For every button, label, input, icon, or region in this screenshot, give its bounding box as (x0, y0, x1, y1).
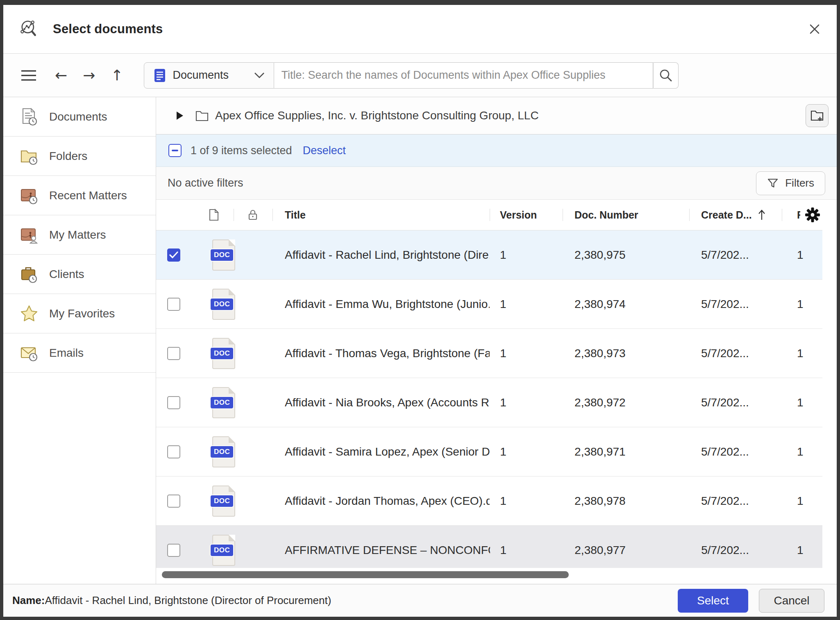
selection-bar: 1 of 9 items selected Deselect (156, 134, 837, 167)
row-checkbox[interactable] (167, 298, 180, 311)
row-partial-value: 1 (789, 445, 822, 458)
row-checkbox[interactable] (167, 396, 180, 409)
search-input[interactable] (274, 62, 653, 89)
doc-file-icon: DOC (212, 436, 235, 467)
file-type-column-icon[interactable] (209, 209, 219, 221)
matter-recent-icon (20, 186, 39, 205)
sidebar-item-clients[interactable]: Clients (3, 255, 156, 294)
briefcase-recent-icon (20, 265, 39, 284)
star-icon (20, 304, 39, 323)
forward-icon[interactable]: → (83, 68, 95, 83)
filter-status: No active filters (168, 177, 243, 189)
row-doc-number: 2,380,972 (574, 396, 689, 409)
search-scope-dropdown[interactable]: Documents (144, 62, 274, 89)
row-checkbox[interactable] (167, 445, 180, 458)
doc-file-icon: DOC (212, 239, 235, 271)
new-folder-button[interactable] (806, 104, 829, 127)
row-version: 1 (500, 347, 563, 360)
filters-row: No active filters Filters (156, 167, 837, 200)
row-title: Affidavit - Emma Wu, Brightstone (Junio.… (285, 298, 490, 311)
row-partial-value: 1 (789, 248, 822, 262)
document-recent-icon (20, 107, 39, 126)
cancel-button[interactable]: Cancel (759, 589, 824, 613)
selected-name: Name:Affidavit - Rachel Lind, Brightston… (12, 594, 331, 607)
deselect-link[interactable]: Deselect (303, 144, 346, 157)
table-row[interactable]: DOC Affidavit - Rachel Lind, Brightstone… (156, 230, 822, 280)
row-doc-number: 2,380,971 (574, 445, 689, 458)
row-partial-value: 1 (789, 495, 822, 508)
sidebar-item-recent-matters[interactable]: Recent Matters (3, 176, 156, 215)
breadcrumb[interactable]: Apex Office Supplies, Inc. v. Brightston… (215, 109, 539, 122)
menu-icon[interactable] (20, 68, 38, 82)
sidebar-item-label: Documents (49, 110, 107, 123)
doc-file-icon: DOC (212, 486, 235, 517)
sidebar-item-label: Clients (49, 268, 84, 281)
sidebar-item-label: My Favorites (49, 307, 115, 320)
row-create-date: 5/7/202... (701, 544, 782, 557)
sidebar-item-folders[interactable]: Folders (3, 137, 156, 176)
select-button[interactable]: Select (678, 589, 748, 613)
row-version: 1 (500, 298, 563, 311)
sidebar-item-my-matters[interactable]: My Matters (3, 215, 156, 255)
table-body: DOC Affidavit - Rachel Lind, Brightstone… (156, 230, 822, 568)
sidebar-item-my-favorites[interactable]: My Favorites (3, 294, 156, 333)
table-row[interactable]: DOC Affidavit - Emma Wu, Brightstone (Ju… (156, 280, 822, 329)
row-create-date: 5/7/202... (701, 347, 782, 360)
row-title: Affidavit - Nia Brooks, Apex (Accounts R… (285, 396, 490, 409)
sidebar-item-label: Emails (49, 346, 84, 360)
funnel-icon (767, 178, 779, 189)
sidebar-item-documents[interactable]: Documents (3, 97, 156, 137)
sidebar-item-label: Folders (49, 150, 87, 163)
table-row[interactable]: DOC Affidavit - Samira Lopez, Apex (Seni… (156, 427, 822, 476)
row-doc-number: 2,380,974 (574, 298, 689, 311)
sidebar-item-emails[interactable]: Emails (3, 333, 156, 373)
row-checkbox[interactable] (167, 347, 180, 360)
table-row[interactable]: DOC Affidavit - Thomas Vega, Brightstone… (156, 329, 822, 378)
row-checkbox-checked[interactable] (167, 248, 180, 262)
table-row[interactable]: DOC Affidavit - Nia Brooks, Apex (Accoun… (156, 378, 822, 427)
lock-column-icon[interactable] (248, 209, 258, 221)
dialog-footer: Name:Affidavit - Rachel Lind, Brightston… (3, 584, 837, 617)
doc-file-icon: DOC (212, 289, 235, 320)
up-icon[interactable]: ↑ (111, 68, 123, 83)
select-documents-dialog: Select documents ← → ↑ (0, 0, 840, 620)
row-doc-number: 2,380,978 (574, 495, 689, 508)
row-partial-value: 1 (789, 396, 822, 409)
name-value: Affidavit - Rachel Lind, Brightstone (Di… (45, 594, 331, 606)
row-title: AFFIRMATIVE DEFENSE – NONCONFORM... (285, 544, 490, 557)
horizontal-scrollbar[interactable] (156, 568, 837, 584)
column-doc-number[interactable]: Doc. Number (574, 209, 689, 221)
row-doc-number: 2,380,977 (574, 544, 689, 557)
chevron-down-icon (254, 72, 265, 79)
column-create-date[interactable]: Create D... (701, 209, 782, 221)
row-create-date: 5/7/202... (701, 248, 782, 262)
sidebar: Documents Folders R (3, 97, 156, 584)
search-button[interactable] (653, 62, 679, 89)
row-version: 1 (500, 445, 563, 458)
horizontal-scrollbar-thumb[interactable] (162, 571, 569, 578)
row-title: Affidavit - Thomas Vega, Brightstone (Fa… (285, 347, 490, 360)
column-title[interactable]: Title (285, 209, 490, 221)
filters-button[interactable]: Filters (756, 171, 825, 195)
selection-count: 1 of 9 items selected (191, 144, 292, 157)
folder-recent-icon (20, 147, 39, 166)
select-all-checkbox[interactable] (168, 144, 182, 157)
gear-icon (804, 207, 821, 223)
close-button[interactable] (806, 20, 824, 38)
sort-ascending-icon (758, 209, 766, 221)
row-partial-value: 1 (789, 298, 822, 311)
dialog-titlebar: Select documents (3, 5, 837, 54)
column-version[interactable]: Version (500, 209, 563, 221)
expander-icon[interactable] (177, 112, 183, 120)
back-icon[interactable]: ← (55, 68, 67, 83)
row-checkbox[interactable] (167, 495, 180, 508)
documents-table: Title Version Doc. Number Create D... (156, 200, 837, 584)
search-analytics-icon (19, 19, 40, 39)
row-checkbox[interactable] (167, 544, 180, 557)
doc-file-icon: DOC (212, 338, 235, 369)
row-version: 1 (500, 248, 563, 262)
sidebar-item-label: My Matters (49, 228, 106, 242)
table-row[interactable]: DOC AFFIRMATIVE DEFENSE – NONCONFORM... … (156, 526, 822, 568)
column-settings-button[interactable] (800, 200, 821, 230)
table-row[interactable]: DOC Affidavit - Jordan Thomas, Apex (CEO… (156, 476, 822, 526)
